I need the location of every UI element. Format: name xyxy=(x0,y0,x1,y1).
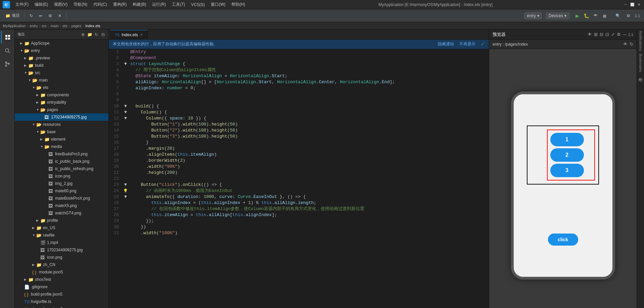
toolbar-expand[interactable]: ⇔ xyxy=(36,11,45,20)
menu-window[interactable]: 窗口(W) xyxy=(208,1,228,8)
preview-minus-btn[interactable]: ─ xyxy=(623,32,626,37)
restore-button[interactable]: ⬜ xyxy=(630,2,635,7)
preview-settings-btn[interactable]: ⚙ xyxy=(617,32,621,37)
tab-close-btn[interactable]: ✕ xyxy=(140,33,143,37)
tree-item-matex5[interactable]: 🖼 mateX5.png xyxy=(15,202,108,209)
menu-tools[interactable]: 工具(T) xyxy=(169,1,188,8)
tree-item-profile[interactable]: ▶ 📁 profile xyxy=(15,217,108,224)
sidebar-refresh-btn[interactable]: ↻ xyxy=(94,32,99,37)
toolbar-refresh[interactable]: ↻ xyxy=(27,11,36,20)
preview-button-3[interactable]: 3 xyxy=(550,164,584,177)
tree-item-raw-img[interactable]: 🖼 1702344909275.jpg xyxy=(15,246,108,254)
code-editor[interactable]: 1 @Entry 2 @Component 3 ▼ struct LayoutC… xyxy=(109,49,489,308)
breadcrumb-item-5[interactable]: ets xyxy=(62,24,67,28)
menu-view[interactable]: 视图(V) xyxy=(51,1,70,8)
tree-item-build-profile[interactable]: { } build-profile.json5 xyxy=(15,291,108,298)
tree-item-media[interactable]: ▼ 📂 media xyxy=(15,143,108,150)
preview-expand-btn[interactable]: ⊡ xyxy=(605,32,609,37)
toolbar-settings[interactable]: ⚙ xyxy=(46,11,55,20)
left-icon-search[interactable] xyxy=(1,44,14,57)
tree-item-components[interactable]: ▶ 📁 components xyxy=(15,91,108,99)
preview-click-button[interactable]: click xyxy=(548,234,578,246)
breadcrumb-item-4[interactable]: main xyxy=(51,24,59,28)
tree-item-watchgt4[interactable]: 🖼 watchGT4.png xyxy=(15,209,108,217)
bookmarks-label[interactable]: Bookmarks xyxy=(638,52,643,73)
tree-item-build[interactable]: ▶ 📁 build xyxy=(15,62,108,69)
tree-item-rawfile[interactable]: ▼ 📂 rawfile xyxy=(15,232,108,239)
dont-show-again-btn[interactable]: 不再显示 xyxy=(459,41,475,47)
menu-help[interactable]: 帮助(H) xyxy=(229,1,248,8)
tree-item-element[interactable]: ▶ 📁 element xyxy=(15,136,108,143)
tree-item-src[interactable]: ▼ 📂 src xyxy=(15,69,108,76)
tree-item-preview[interactable]: ▶ 📁 .preview xyxy=(15,54,108,62)
breadcrumb-item-6[interactable]: pages xyxy=(72,24,82,28)
tree-item-en-us[interactable]: ▶ 📁 en_US xyxy=(15,224,108,232)
tree-item-resources[interactable]: ▼ 📂 resources xyxy=(15,121,108,128)
close-button[interactable]: ✕ xyxy=(637,2,641,7)
breadcrumb-item-1[interactable]: MyApplication xyxy=(3,24,26,28)
tree-item-oh-package[interactable]: { } oh-package.json5 xyxy=(15,305,108,308)
sidebar-new-folder-btn[interactable]: 📁 xyxy=(87,32,92,37)
menu-vcs[interactable]: VCS(S) xyxy=(188,2,208,8)
left-icon-explorer[interactable] xyxy=(1,31,14,44)
tree-item-zh-cn[interactable]: ▶ 📁 zh_CN xyxy=(15,261,108,268)
tree-item-appscope[interactable]: ▶ 📁 AppScope xyxy=(15,40,108,47)
notifications-label[interactable]: Notifications xyxy=(638,30,643,52)
sidebar-collapse-btn[interactable]: ⊟ xyxy=(100,32,106,37)
tree-item-icon-png[interactable]: 🖼 icon.png xyxy=(15,172,108,180)
breadcrumb-item-7[interactable]: Index.ets xyxy=(85,24,100,28)
tree-item-1mp4[interactable]: 🎬 1.mp4 xyxy=(15,239,108,246)
menu-file[interactable]: 文件(F) xyxy=(13,1,31,8)
menu-code[interactable]: 代码(C) xyxy=(91,1,110,8)
sidebar-new-file-btn[interactable]: ⊕ xyxy=(80,32,86,37)
menu-edit[interactable]: 编辑(E) xyxy=(32,1,51,8)
tree-item-raw-icon[interactable]: 🖼 icon.png xyxy=(15,254,108,261)
coverage-button[interactable]: ☂ xyxy=(592,12,600,20)
tree-item-ohostest[interactable]: ▶ 📁 ohosTest xyxy=(15,276,108,283)
tree-item-base[interactable]: ▼ 📂 base xyxy=(15,128,108,136)
left-icon-git[interactable] xyxy=(1,58,14,70)
tree-item-module-json[interactable]: { } module.json5 xyxy=(15,268,108,276)
hide-notification-btn[interactable]: 隐藏通知 xyxy=(438,41,454,47)
tree-item-img2[interactable]: 🖼 img_2.jpg xyxy=(15,180,108,187)
tree-item-ic-refresh[interactable]: 🖼 ic_public_refresh.png xyxy=(15,165,108,172)
tree-item-main[interactable]: ▼ 📂 main xyxy=(15,76,108,84)
tree-item-gitignore[interactable]: 📄 .gitignore xyxy=(15,283,108,291)
devices-dropdown[interactable]: Devices ▾ xyxy=(546,12,569,19)
preview-grid-btn[interactable]: ⊟ xyxy=(600,32,603,37)
editor-tab-index[interactable]: TS Index.ets ✕ xyxy=(110,30,148,39)
toolbar-project[interactable]: 📁 项目 xyxy=(3,11,22,20)
minimize-button[interactable]: ─ xyxy=(623,2,628,7)
menu-build[interactable]: 构建(B) xyxy=(130,1,149,8)
preview-button-1[interactable]: 1 xyxy=(550,133,584,146)
preview-layout-btn[interactable]: ⊞ xyxy=(594,32,598,37)
tree-item-ic-back[interactable]: 🖼 ic_public_back.png xyxy=(15,158,108,165)
tree-item-pages[interactable]: ▼ 📂 pages xyxy=(15,106,108,113)
preview-path-eye-btn[interactable]: 👁 xyxy=(623,42,628,47)
settings-main-btn[interactable]: ⚙ xyxy=(624,11,633,20)
stop-button[interactable]: ◼ xyxy=(601,12,609,20)
preview-fullscreen-btn[interactable]: ⤢ xyxy=(611,32,615,37)
preview-eye-btn[interactable]: 👁 xyxy=(588,32,592,37)
structure-label[interactable]: 结构 xyxy=(637,73,644,76)
tree-item-entryability[interactable]: ▶ 📁 entryability xyxy=(15,99,108,106)
tree-item-mate60[interactable]: 🖼 mate60.png xyxy=(15,187,108,195)
preview-button-2[interactable]: 2 xyxy=(550,148,584,162)
preview-path-refresh-btn[interactable]: ↻ xyxy=(630,42,633,47)
menu-run[interactable]: 运行(R) xyxy=(149,1,169,8)
tree-item-entry[interactable]: ▼ 📂 entry xyxy=(15,47,108,54)
search-everywhere-btn[interactable]: 🔍 xyxy=(613,11,623,20)
menu-refactor[interactable]: 重构(R) xyxy=(110,1,130,8)
breadcrumb-item-3[interactable]: src xyxy=(42,24,47,28)
run-button[interactable]: ▶ xyxy=(573,12,582,20)
tree-item-freebuds[interactable]: 🖼 freeBudsPro3.png xyxy=(15,150,108,158)
tree-item-hvigorfile[interactable]: TS hvigorfile.ts xyxy=(15,298,108,305)
breadcrumb-item-2[interactable]: entry xyxy=(30,24,38,28)
tree-item-index-jpg[interactable]: 🖼 1702344909275.jpg xyxy=(15,113,108,121)
debug-button[interactable]: 🐛 xyxy=(583,12,591,20)
menu-nav[interactable]: 导航(N) xyxy=(71,1,90,8)
tree-item-matebook[interactable]: 🖼 mateBookProX.png xyxy=(15,195,108,202)
entry-dropdown[interactable]: entry ▾ xyxy=(524,12,542,19)
toolbar-close[interactable]: ✕ xyxy=(55,11,64,20)
tree-item-ets[interactable]: ▼ 📂 ets xyxy=(15,84,108,91)
